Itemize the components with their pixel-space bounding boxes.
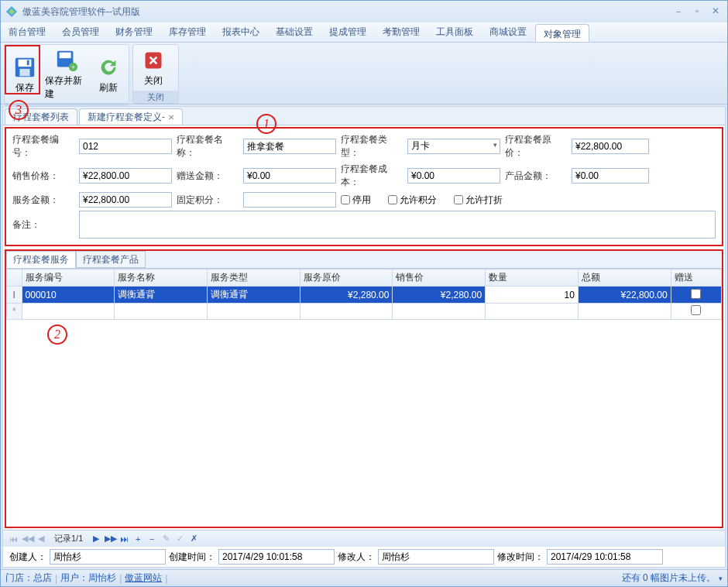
minimize-button[interactable]: － xyxy=(671,5,685,19)
chevron-down-icon[interactable]: ▾ xyxy=(719,575,723,582)
cell-qty[interactable]: 10 xyxy=(486,287,579,304)
checkbox-allow-points[interactable]: 允许积分 xyxy=(388,194,437,207)
floppy-plus-icon: + xyxy=(54,48,79,73)
close-button[interactable]: 关闭 xyxy=(135,46,172,89)
nav-prev-button[interactable]: ◀ xyxy=(36,534,46,544)
label-creator: 创建人： xyxy=(9,551,46,564)
input-orig-price[interactable] xyxy=(572,139,649,154)
doctab-close-icon[interactable]: ✕ xyxy=(168,113,174,122)
nav-next-page-button[interactable]: ▶▶ xyxy=(105,534,115,544)
col-orig-price[interactable]: 服务原价 xyxy=(300,269,393,287)
audit-bar: 创建人： 创建时间： 修改人： 修改时间： xyxy=(3,547,725,567)
label-cost: 疗程套餐成本： xyxy=(341,163,403,189)
input-svc-amt[interactable] xyxy=(79,192,172,208)
nav-prev-page-button[interactable]: ◀◀ xyxy=(22,534,33,544)
menu-提成管理[interactable]: 提成管理 xyxy=(321,22,375,42)
svg-rect-5 xyxy=(27,60,29,65)
row-edit-indicator-icon: I xyxy=(7,287,22,304)
checkbox-allow-discount[interactable]: 允许打折 xyxy=(454,194,503,207)
nav-add-button[interactable]: + xyxy=(132,534,143,544)
input-prod-amt[interactable] xyxy=(572,168,649,184)
nav-next-button[interactable]: ▶ xyxy=(91,534,101,544)
service-grid[interactable]: 服务编号 服务名称 服务类型 服务原价 销售价 数量 总额 赠送 I 00001… xyxy=(6,268,722,527)
input-creator xyxy=(50,549,166,565)
menu-商城设置[interactable]: 商城设置 xyxy=(482,22,535,42)
save-and-new-button[interactable]: + 保存并新建 xyxy=(43,46,90,102)
table-row[interactable]: I 000010 调衡通背 调衡通背 ¥2,280.00 ¥2,280.00 1… xyxy=(7,287,722,304)
subtab-products[interactable]: 疗程套餐产品 xyxy=(76,251,146,268)
status-website-link[interactable]: 傲蓝网站 xyxy=(125,572,162,585)
menu-工具面板[interactable]: 工具面板 xyxy=(428,22,482,42)
doctab-new-package[interactable]: 新建疗程套餐定义-✕ xyxy=(79,108,183,125)
nav-first-button[interactable]: ⏮ xyxy=(8,534,19,544)
gift-checkbox-new[interactable] xyxy=(691,305,701,315)
close-window-button[interactable]: ✕ xyxy=(709,5,723,19)
label-orig-price: 疗程套餐原价： xyxy=(505,133,567,160)
subtab-services[interactable]: 疗程套餐服务 xyxy=(6,251,76,268)
col-total[interactable]: 总额 xyxy=(578,269,671,287)
col-gift[interactable]: 赠送 xyxy=(671,269,721,287)
status-upload: 还有 0 幅图片未上传。 xyxy=(622,572,716,585)
app-logo-icon xyxy=(5,5,18,18)
col-qty[interactable]: 数量 xyxy=(486,269,579,287)
cell-total[interactable]: ¥22,800.00 xyxy=(578,287,671,304)
svg-text:+: + xyxy=(71,64,75,71)
input-fixed-pts[interactable] xyxy=(243,192,336,208)
save-label: 保存 xyxy=(15,81,34,94)
checkbox-disabled[interactable]: 停用 xyxy=(341,194,371,207)
status-store: 门店：总店 xyxy=(5,572,52,585)
col-row-indicator xyxy=(7,269,22,287)
svg-rect-3 xyxy=(19,59,32,66)
menu-库存管理[interactable]: 库存管理 xyxy=(161,22,215,42)
detail-area: 疗程套餐服务 疗程套餐产品 服务编号 服务名称 服务类型 服务原价 销售价 数量… xyxy=(5,249,723,528)
svg-rect-7 xyxy=(60,53,71,59)
table-new-row[interactable]: * xyxy=(7,304,722,320)
input-cost[interactable] xyxy=(407,168,500,184)
maximize-button[interactable]: ▫ xyxy=(690,5,704,19)
cell-gift[interactable] xyxy=(671,287,721,304)
menu-前台管理[interactable]: 前台管理 xyxy=(1,22,54,42)
status-user: 用户：周怡杉 xyxy=(60,572,116,585)
close-icon xyxy=(141,48,166,73)
save-new-label: 保存并新建 xyxy=(45,74,88,101)
ribbon-group-label-close: 关闭 xyxy=(133,91,178,104)
col-service-code[interactable]: 服务编号 xyxy=(22,269,115,287)
ribbon: 保存 + 保存并新建 刷新 记录编辑 关闭 关闭 xyxy=(1,43,727,105)
input-code[interactable] xyxy=(79,139,172,154)
menu-考勤管理[interactable]: 考勤管理 xyxy=(375,22,428,42)
form-area: 疗程套餐编号： 疗程套餐名称： 疗程套餐类型： 月卡 疗程套餐原价： 销售价格：… xyxy=(5,127,723,246)
menu-报表中心[interactable]: 报表中心 xyxy=(215,22,268,42)
nav-edit-button[interactable]: ✎ xyxy=(160,534,171,544)
nav-delete-button[interactable]: − xyxy=(146,534,157,544)
col-sale-price[interactable]: 销售价 xyxy=(393,269,486,287)
label-fixed-pts: 固定积分： xyxy=(177,194,239,207)
menubar: 前台管理 会员管理 财务管理 库存管理 报表中心 基础设置 提成管理 考勤管理 … xyxy=(1,22,727,43)
refresh-button[interactable]: 刷新 xyxy=(90,46,127,102)
cell-name[interactable]: 调衡通背 xyxy=(115,287,208,304)
gift-checkbox[interactable] xyxy=(691,289,701,299)
cell-sale[interactable]: ¥2,280.00 xyxy=(393,287,486,304)
col-service-type[interactable]: 服务类型 xyxy=(208,269,300,287)
menu-会员管理[interactable]: 会员管理 xyxy=(54,22,108,42)
input-gift-amt[interactable] xyxy=(243,168,336,184)
input-name[interactable] xyxy=(243,139,336,154)
cell-orig[interactable]: ¥2,280.00 xyxy=(300,287,393,304)
cell-code[interactable]: 000010 xyxy=(22,287,115,304)
textarea-remark[interactable] xyxy=(79,211,716,239)
select-type[interactable]: 月卡 xyxy=(407,139,500,154)
nav-confirm-button[interactable]: ✓ xyxy=(174,534,185,544)
label-gift-amt: 赠送金额： xyxy=(177,170,239,183)
nav-last-button[interactable]: ⏭ xyxy=(118,534,129,544)
nav-cancel-button[interactable]: ✗ xyxy=(188,534,199,544)
menu-对象管理[interactable]: 对象管理 xyxy=(535,24,589,42)
input-sale-price[interactable] xyxy=(79,168,172,184)
doctab-package-list[interactable]: 疗程套餐列表 xyxy=(5,108,77,125)
input-modifier xyxy=(378,549,494,565)
label-ctime: 创建时间： xyxy=(169,551,215,564)
menu-基础设置[interactable]: 基础设置 xyxy=(268,22,321,42)
menu-财务管理[interactable]: 财务管理 xyxy=(108,22,161,42)
label-svc-amt: 服务金额： xyxy=(12,194,74,207)
col-service-name[interactable]: 服务名称 xyxy=(115,269,208,287)
cell-type[interactable]: 调衡通背 xyxy=(208,287,300,304)
save-button[interactable]: 保存 xyxy=(6,46,43,102)
